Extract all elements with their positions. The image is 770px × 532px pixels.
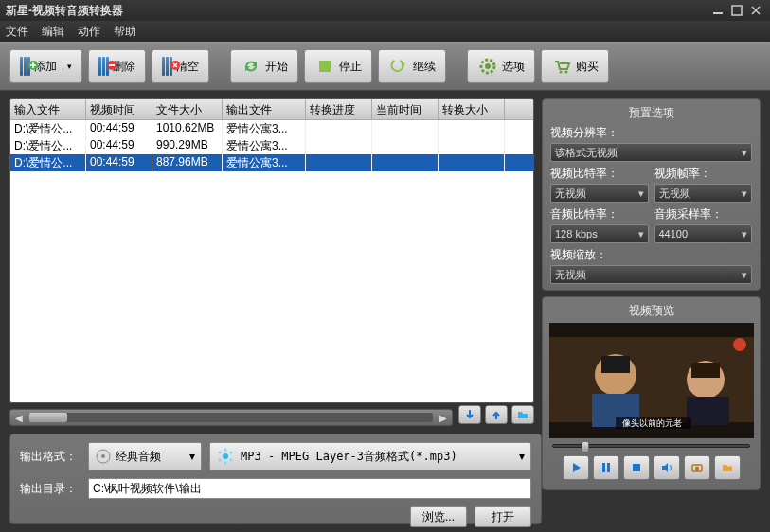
svg-rect-17 — [691, 363, 720, 378]
svg-point-29 — [223, 453, 228, 459]
menu-help[interactable]: 帮助 — [114, 24, 136, 40]
scroll-thumb[interactable] — [29, 413, 67, 422]
svg-rect-14 — [601, 356, 630, 373]
svg-point-32 — [219, 459, 222, 462]
svg-point-30 — [219, 452, 222, 454]
scroll-right-icon[interactable]: ▶ — [437, 413, 450, 423]
resolution-label: 视频分辨率： — [550, 125, 752, 141]
menu-action[interactable]: 动作 — [78, 24, 100, 40]
svg-rect-4 — [109, 64, 115, 66]
abr-select[interactable]: 128 kbps — [550, 224, 649, 243]
close-button[interactable] — [747, 4, 764, 17]
stop-button[interactable]: 停止 — [304, 49, 372, 83]
file-grid[interactable]: 输入文件 视频时间 文件大小 输出文件 转换进度 当前时间 转换大小 D:\爱情… — [9, 98, 534, 403]
refresh-icon — [241, 56, 261, 77]
svg-point-19 — [733, 338, 746, 351]
open-button[interactable]: 打开 — [475, 506, 531, 527]
svg-rect-24 — [633, 464, 640, 471]
asr-select[interactable]: 44100 — [654, 224, 753, 243]
h-scrollbar[interactable]: ◀ ▶ — [9, 409, 453, 426]
snapshot-button[interactable] — [684, 455, 710, 480]
menubar: 文件 编辑 动作 帮助 — [0, 21, 770, 42]
col-size[interactable]: 文件大小 — [152, 99, 223, 119]
play-button[interactable] — [563, 455, 589, 480]
add-dropdown-icon[interactable]: ▾ — [63, 62, 72, 71]
move-down-button[interactable] — [458, 405, 481, 424]
format-select[interactable]: MP3 - MPEG Layer-3音频格式(*.mp3) — [209, 442, 531, 470]
folder-button[interactable] — [511, 405, 534, 424]
col-output[interactable]: 输出文件 — [223, 99, 306, 119]
scroll-left-icon[interactable]: ◀ — [12, 413, 26, 423]
start-button[interactable]: 开始 — [230, 49, 298, 83]
menu-file[interactable]: 文件 — [6, 24, 28, 40]
format-icon — [216, 447, 235, 466]
svg-rect-6 — [319, 61, 331, 72]
titlebar: 新星-视频转音频转换器 — [0, 0, 770, 21]
svg-rect-18 — [687, 397, 729, 425]
resume-icon — [388, 56, 409, 77]
preset-panel: 预置选项 视频分辨率： 该格式无视频 视频比特率：无视频 视频帧率：无视频 音频… — [542, 98, 761, 291]
resolution-select[interactable]: 该格式无视频 — [550, 143, 752, 162]
preview-image: 像头以前的元老 — [549, 323, 754, 438]
pause-button[interactable] — [593, 455, 619, 480]
clear-button[interactable]: 清空 — [152, 49, 209, 83]
stop-icon — [314, 56, 335, 77]
fps-select[interactable]: 无视频 — [654, 184, 753, 203]
col-outsize[interactable]: 转换大小 — [439, 99, 505, 119]
browse-button[interactable]: 浏览... — [410, 506, 467, 527]
abr-label: 音频比特率： — [550, 206, 649, 222]
table-row[interactable]: D:\爱情公...00:44:59990.29MB爱情公寓3... — [10, 137, 533, 154]
svg-rect-0 — [713, 12, 723, 14]
format-label: 输出格式： — [20, 449, 81, 465]
col-time[interactable]: 当前时间 — [372, 99, 439, 119]
svg-point-34 — [224, 449, 227, 452]
slider-thumb[interactable] — [582, 441, 589, 452]
buy-button[interactable]: 购买 — [541, 49, 609, 83]
move-up-button[interactable] — [485, 405, 508, 424]
pstop-button[interactable] — [623, 455, 650, 480]
col-progress[interactable]: 转换进度 — [306, 99, 372, 119]
output-panel: 输出格式： 经典音频 MP3 - MPEG Layer-3音频格式(*.mp3)… — [9, 434, 542, 524]
svg-text:像头以前的元老: 像头以前的元老 — [621, 418, 681, 428]
table-row[interactable]: D:\爱情公...00:44:59887.96MB爱情公寓3... — [10, 154, 533, 171]
options-button[interactable]: 选项 — [467, 49, 535, 83]
resume-button[interactable]: 继续 — [378, 49, 446, 83]
category-select[interactable]: 经典音频 — [88, 442, 202, 470]
svg-point-35 — [224, 462, 227, 465]
grid-header: 输入文件 视频时间 文件大小 输出文件 转换进度 当前时间 转换大小 — [10, 99, 533, 120]
dir-label: 输出目录： — [20, 481, 81, 497]
grid-body[interactable]: D:\爱情公...00:44:591010.62MB爱情公寓3...D:\爱情公… — [10, 120, 533, 402]
vbr-select[interactable]: 无视频 — [550, 184, 649, 203]
col-duration[interactable]: 视频时间 — [86, 99, 152, 119]
table-row[interactable]: D:\爱情公...00:44:591010.62MB爱情公寓3... — [10, 120, 533, 137]
preview-slider[interactable] — [546, 440, 756, 452]
svg-point-9 — [560, 71, 563, 74]
volume-button[interactable] — [654, 455, 680, 480]
menu-edit[interactable]: 编辑 — [42, 24, 64, 40]
minimize-button[interactable] — [709, 4, 726, 17]
disc-icon — [95, 448, 112, 465]
svg-point-31 — [230, 452, 233, 454]
dir-input[interactable] — [88, 478, 531, 499]
fps-label: 视频帧率： — [654, 166, 753, 182]
svg-point-28 — [101, 454, 105, 458]
cart-icon — [551, 56, 572, 77]
scale-label: 视频缩放： — [550, 247, 752, 263]
svg-point-8 — [485, 63, 491, 69]
pfolder-button[interactable] — [714, 455, 741, 480]
delete-button[interactable]: 删除 — [88, 49, 146, 83]
svg-point-26 — [695, 467, 699, 470]
preset-title: 预置选项 — [550, 105, 752, 121]
svg-point-33 — [230, 459, 233, 462]
preview-title: 视频预览 — [546, 301, 756, 321]
maximize-button[interactable] — [728, 4, 745, 17]
scale-select[interactable]: 无视频 — [550, 265, 752, 284]
asr-label: 音频采样率： — [654, 206, 753, 222]
svg-point-10 — [565, 71, 568, 74]
svg-rect-23 — [607, 463, 610, 472]
col-input[interactable]: 输入文件 — [10, 99, 86, 119]
add-button[interactable]: 添加▾ — [9, 49, 82, 83]
svg-rect-1 — [732, 6, 742, 15]
app-title: 新星-视频转音频转换器 — [6, 3, 707, 19]
svg-rect-22 — [602, 463, 605, 472]
